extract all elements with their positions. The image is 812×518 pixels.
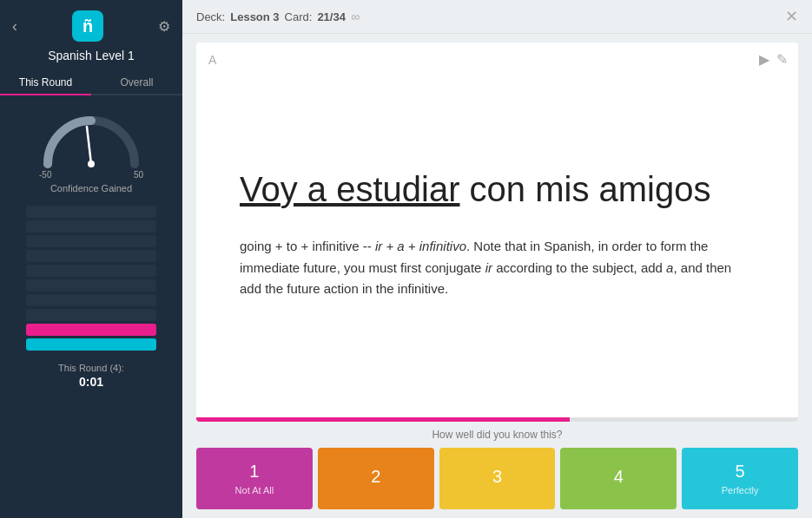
deck-label: Deck:	[196, 10, 225, 23]
card-actions: ▶ ✎	[759, 51, 788, 68]
deck-name: Lesson 3	[230, 10, 279, 23]
card-underlined-text: Voy a estudiar	[240, 170, 460, 208]
card-label: Card:	[285, 10, 313, 23]
streak-bar-5	[26, 265, 156, 277]
svg-line-0	[87, 127, 91, 164]
sub-text-ir: ir	[485, 260, 492, 275]
gauge-max: 50	[134, 170, 143, 180]
back-button[interactable]: ‹	[12, 17, 17, 36]
streak-bar-7	[26, 294, 156, 306]
rating-num-2: 2	[371, 467, 380, 487]
card-body: Voy a estudiar con mis amigos going + to…	[196, 43, 798, 417]
streak-bar-8	[26, 309, 156, 321]
streak-bar-2	[26, 220, 156, 233]
card-main-text: Voy a estudiar con mis amigos	[240, 168, 710, 210]
edit-button[interactable]: ✎	[776, 51, 788, 68]
loop-icon: ∞	[351, 10, 360, 23]
settings-button[interactable]: ⚙	[158, 18, 170, 35]
app-title: Spanish Level 1	[48, 49, 135, 62]
confidence-gauge	[39, 108, 143, 168]
tab-this-round[interactable]: This Round	[0, 71, 91, 95]
rating-button-4[interactable]: 4	[560, 448, 677, 509]
rating-button-5[interactable]: 5 Perfectly	[682, 448, 798, 509]
rating-num-3: 3	[492, 467, 502, 487]
sub-text-italic: ir + a + infinitivo	[375, 239, 466, 253]
rating-button-2[interactable]: 2	[318, 448, 434, 509]
rating-num-4: 4	[614, 467, 624, 487]
rating-num-1: 1	[249, 462, 259, 482]
svg-point-1	[88, 161, 95, 167]
deck-info: Deck: Lesson 3 Card: 21/34 ∞	[196, 10, 360, 23]
rating-buttons: 1 Not At All 2 3 4 5 Perfectly	[196, 448, 798, 509]
confidence-label: Confidence Gained	[50, 183, 132, 193]
app-logo: ñ	[72, 10, 103, 42]
sidebar-header: ‹ ñ ⚙	[0, 0, 182, 49]
card-sub-text: going + to + infinitive -- ir + a + infi…	[240, 236, 743, 300]
streak-bars	[0, 206, 182, 351]
rating-label-1: Not At All	[235, 485, 274, 495]
rating-section: How well did you know this? 1 Not At All…	[182, 422, 812, 518]
top-bar: Deck: Lesson 3 Card: 21/34 ∞ ✕	[182, 0, 812, 34]
sub-text-3: according to the subject, add	[492, 260, 666, 275]
streak-bar-9	[26, 324, 156, 336]
close-button[interactable]: ✕	[785, 7, 798, 26]
main-content: Deck: Lesson 3 Card: 21/34 ∞ ✕ A ▶ ✎ Voy…	[182, 0, 812, 518]
progress-bar	[196, 417, 798, 422]
round-time: 0:01	[79, 375, 103, 389]
gauge-labels: -50 50	[39, 170, 143, 180]
rating-num-5: 5	[736, 462, 745, 482]
sub-text-1: going + to + infinitive --	[240, 239, 375, 253]
rating-question: How well did you know this?	[196, 429, 798, 441]
rating-button-3[interactable]: 3	[439, 448, 556, 509]
streak-bar-1	[26, 206, 156, 218]
card-side-indicator: A	[208, 53, 216, 67]
tab-overall[interactable]: Overall	[91, 71, 182, 95]
streak-bar-3	[26, 235, 156, 247]
sidebar: ‹ ñ ⚙ Spanish Level 1 This Round Overall…	[0, 0, 182, 518]
flashcard: A ▶ ✎ Voy a estudiar con mis amigos goin…	[196, 43, 798, 422]
round-info: This Round (4):	[58, 363, 124, 373]
card-rest-text: con mis amigos	[460, 170, 711, 208]
card-value: 21/34	[317, 10, 346, 23]
streak-bar-4	[26, 250, 156, 262]
rating-button-1[interactable]: 1 Not At All	[196, 448, 313, 509]
gauge-min: -50	[39, 170, 51, 180]
rating-label-5: Perfectly	[722, 485, 759, 495]
sidebar-tabs: This Round Overall	[0, 71, 182, 95]
progress-bar-fill	[196, 417, 570, 422]
streak-bar-6	[26, 279, 156, 292]
play-button[interactable]: ▶	[759, 51, 769, 68]
streak-bar-10	[26, 338, 156, 351]
